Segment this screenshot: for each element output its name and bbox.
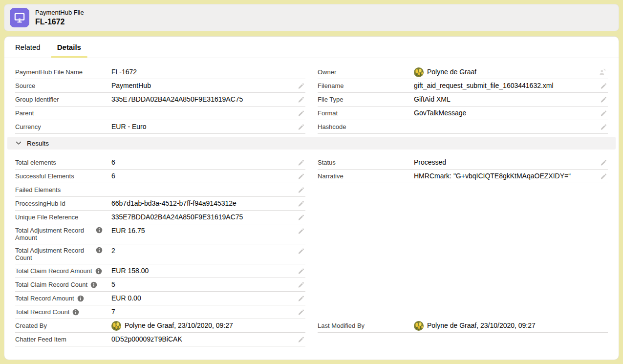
- column-spacer: [318, 183, 608, 319]
- field-value: 335E7BDDA02B4A24A850F9E31619AC75: [111, 95, 293, 104]
- tab-details[interactable]: Details: [50, 37, 88, 58]
- field-label-text: Last Modified By: [318, 322, 365, 329]
- info-icon[interactable]: [72, 309, 79, 316]
- field-label: Owner: [318, 68, 414, 76]
- edit-total-elements-button[interactable]: [297, 158, 305, 167]
- field-label-text: ProcessingHub Id: [15, 200, 65, 207]
- field-value-text[interactable]: Polyne de Graaf, 23/10/2020, 09:27: [427, 321, 536, 330]
- entity-label: PaymentHub File: [35, 9, 84, 17]
- edit-processinghub-id-button[interactable]: [297, 199, 305, 208]
- edit-chatter-feed-item-button[interactable]: [297, 335, 305, 344]
- field-value: EUR 0.00: [111, 294, 293, 302]
- tab-related[interactable]: Related: [8, 37, 47, 58]
- field-row-hashcode: Hashcode: [318, 120, 608, 134]
- field-label: Total Record Count: [15, 308, 111, 316]
- details-panel-results: Total elements6Successful Elements6Faile…: [4, 150, 619, 346]
- field-label-text: Total Adjustment Record Amount: [15, 227, 91, 241]
- field-value-text[interactable]: Polyne de Graaf, 23/10/2020, 09:27: [125, 321, 233, 330]
- edit-narrative-button[interactable]: [599, 172, 608, 181]
- field-row-filename: Filenamegift_aid_request_submit_file_160…: [318, 79, 608, 93]
- field-value-text: EUR 0.00: [111, 294, 141, 302]
- field-row-total-elements: Total elements6: [15, 156, 305, 170]
- edit-total-adjustment-record-count-button[interactable]: [297, 247, 305, 256]
- info-icon[interactable]: [95, 268, 102, 275]
- change-owner-icon[interactable]: [598, 67, 608, 77]
- details-panel-top: PaymentHub File NameFL-1672SourcePayment…: [4, 58, 619, 134]
- edit-filename-button[interactable]: [599, 82, 608, 90]
- field-row-file-type: File TypeGiftAid XML: [318, 93, 608, 107]
- field-label: ProcessingHub Id: [15, 200, 111, 207]
- results-section-title: Results: [27, 140, 49, 147]
- edit-total-claim-record-count-button[interactable]: [297, 280, 305, 289]
- field-value-text: 6: [111, 172, 115, 180]
- edit-status-button[interactable]: [599, 158, 608, 167]
- chevron-down-icon[interactable]: [15, 140, 22, 147]
- field-label: Parent: [15, 109, 111, 117]
- record-header-text: PaymentHub File FL-1672: [35, 9, 84, 26]
- field-label-text: Successful Elements: [15, 172, 74, 180]
- field-row-failed-elements: Failed Elements: [15, 183, 305, 197]
- field-controls: [595, 158, 608, 167]
- field-label-text: Owner: [318, 68, 336, 76]
- edit-file-type-button[interactable]: [599, 95, 608, 104]
- info-icon[interactable]: [90, 281, 97, 288]
- field-label-text: Group Identifier: [15, 96, 59, 103]
- field-value-text: 66b7d1ab-bd3a-4512-b7ff-f94a9145312e: [111, 199, 236, 208]
- field-label-text: Status: [318, 159, 336, 166]
- info-icon[interactable]: [96, 227, 103, 234]
- edit-total-record-count-button[interactable]: [297, 308, 305, 317]
- field-row-created-by: Created ByPolyne de Graaf, 23/10/2020, 0…: [15, 319, 305, 333]
- edit-format-button[interactable]: [599, 109, 608, 118]
- field-controls: [293, 335, 305, 344]
- field-value-text: 7: [111, 308, 115, 316]
- edit-total-record-amount-button[interactable]: [297, 294, 305, 303]
- field-value: 6: [111, 158, 293, 167]
- field-label-text: Currency: [15, 123, 41, 130]
- field-label-text: Filename: [318, 82, 344, 89]
- field-label: Unique File Reference: [15, 214, 111, 221]
- field-value: PaymentHub: [111, 82, 293, 90]
- info-icon[interactable]: [96, 247, 103, 254]
- field-label: Total Claim Record Count: [15, 281, 111, 288]
- avatar: [414, 321, 424, 331]
- edit-hashcode-button[interactable]: [599, 123, 608, 131]
- field-value: Polyne de Graaf, 23/10/2020, 09:27: [414, 321, 595, 331]
- field-label: PaymentHub File Name: [15, 68, 111, 76]
- field-value: GiftAid XML: [414, 95, 595, 104]
- field-value-text[interactable]: Polyne de Graaf: [427, 68, 476, 76]
- results-section-header[interactable]: Results: [7, 137, 616, 150]
- edit-unique-file-reference-button[interactable]: [297, 213, 305, 222]
- field-row-currency: CurrencyEUR - Euro: [15, 120, 305, 134]
- edit-parent-button[interactable]: [297, 109, 305, 118]
- field-value: 66b7d1ab-bd3a-4512-b7ff-f94a9145312e: [111, 199, 293, 208]
- field-value-text: Processed: [414, 158, 446, 167]
- edit-group-identifier-button[interactable]: [297, 95, 305, 104]
- field-row-successful-elements: Successful Elements6: [15, 170, 305, 183]
- record-header: PaymentHub File FL-1672: [4, 4, 619, 31]
- tab-related-label: Related: [15, 43, 41, 51]
- info-icon[interactable]: [77, 295, 84, 302]
- field-value: GovTalkMessage: [414, 109, 595, 117]
- field-value-text: 335E7BDDA02B4A24A850F9E31619AC75: [111, 213, 243, 221]
- field-value-text: EUR 16.75: [111, 227, 145, 235]
- field-value-text: PaymentHub: [111, 82, 151, 90]
- field-row-total-record-count: Total Record Count7: [15, 305, 305, 319]
- edit-failed-elements-button[interactable]: [297, 186, 305, 194]
- edit-total-adjustment-record-amount-button[interactable]: [297, 227, 305, 236]
- field-label-text: Format: [318, 109, 338, 117]
- edit-total-claim-record-amount-button[interactable]: [297, 267, 305, 276]
- edit-currency-button[interactable]: [297, 123, 305, 131]
- field-value-text: gift_aid_request_submit_file_1603441632.…: [414, 82, 554, 90]
- field-controls: [293, 247, 305, 256]
- field-row-total-adjustment-record-count: Total Adjustment Record Count2: [15, 244, 305, 264]
- field-label: Filename: [318, 82, 414, 89]
- field-label-text: File Type: [318, 96, 344, 103]
- edit-source-button[interactable]: [297, 82, 305, 90]
- edit-successful-elements-button[interactable]: [297, 172, 305, 181]
- field-row-owner: OwnerPolyne de Graaf: [318, 65, 608, 79]
- field-row-source: SourcePaymentHub: [15, 79, 305, 93]
- field-value-text: EUR - Euro: [111, 123, 147, 131]
- field-label-text: Unique File Reference: [15, 214, 78, 221]
- field-label: Last Modified By: [318, 322, 414, 329]
- field-label-text: Total elements: [15, 159, 56, 166]
